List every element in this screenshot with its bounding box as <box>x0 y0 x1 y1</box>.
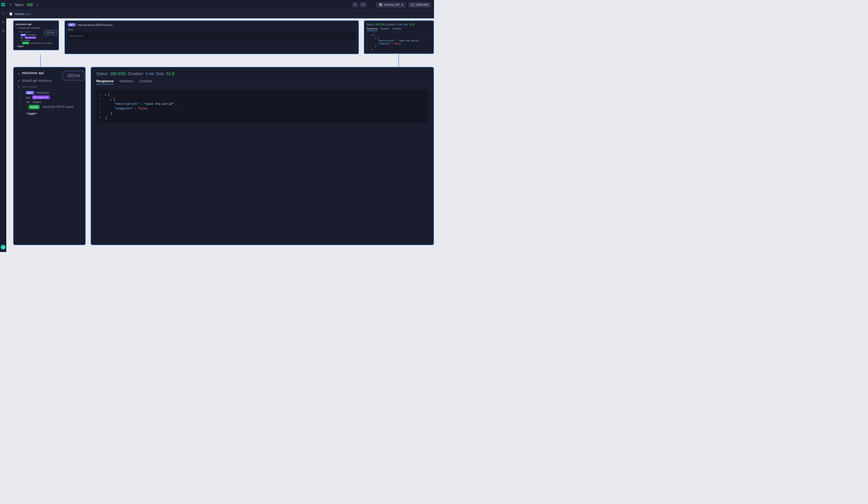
large-timing: 161ms <box>62 71 85 80</box>
dropdown-button[interactable]: ▾ <box>352 2 358 7</box>
large-assert-badge: assert <box>29 105 40 109</box>
clock-icon[interactable] <box>1 11 5 15</box>
large-get-badge: GET <box>26 91 34 94</box>
tab-response-small[interactable]: Response <box>367 27 378 31</box>
topbar: ☰ Specs ✓ 1 ✕ ▾ ↺ Run All Tests R Chrome… <box>6 0 434 10</box>
gear-icon[interactable] <box>1 29 5 33</box>
main-container: ☰ Specs ✓ 1 ✕ ▾ ↺ Run All Tests R Chrome… <box>6 0 434 252</box>
large-code-line-1: 1 GET /missions <box>19 91 81 94</box>
cypress-logo: cy <box>1 245 6 250</box>
req-line: GET http://localhost:3000/missions <box>68 23 355 27</box>
file-icon: 📄 <box>9 12 13 15</box>
small-tabs-row: Response Headers Cookies <box>367 27 431 32</box>
fail-indicator: ✕ <box>36 3 39 7</box>
content-area: missions api ✓ should get missions TEST … <box>6 18 434 252</box>
large-status-card: Status: 200 (OK) Duration: 5 ms Size: 51… <box>91 67 434 245</box>
assert-badge: assert <box>22 42 29 44</box>
get-badge: GET <box>20 34 26 36</box>
tab-response-large[interactable]: Response <box>96 79 114 84</box>
tab-headers-small[interactable]: Headers <box>381 27 390 31</box>
body-label: Body <box>68 28 355 31</box>
svg-rect-1 <box>3 3 5 4</box>
menu-icon: ☰ <box>9 3 12 7</box>
chrome-selector[interactable]: Chrome 107 ▾ <box>376 2 405 8</box>
chrome-chevron: ▾ <box>401 3 403 7</box>
tab-cookies-large[interactable]: Cookies <box>139 79 152 84</box>
left-sidebar: cy <box>0 0 6 252</box>
small-test-item: ✓ should get missions <box>16 27 57 30</box>
run-button[interactable]: ↺ <box>360 2 366 7</box>
code-line-3: 3 -its .status <box>17 39 57 41</box>
large-code-line-3: 3 -its .status <box>19 100 81 104</box>
json-line-2: 2 ▶ { <box>99 97 425 102</box>
json-line-1: 1 ▶ [ <box>99 93 425 97</box>
svg-rect-9 <box>411 4 414 6</box>
small-status-row: Status: 200 (OK) Duration: 5 ms Size: 51… <box>367 23 431 26</box>
large-check-icon: ✓ <box>18 79 20 83</box>
method-badge: GET <box>68 23 76 27</box>
file-toolbar: 📄 mission.cy.ts <box>6 10 434 18</box>
tab-headers-large[interactable]: Headers <box>120 79 133 84</box>
code-line-2: 2 get @response <box>17 36 57 39</box>
grid-icon[interactable] <box>1 2 5 7</box>
json-line-4: 4 "complete" : false <box>99 106 425 111</box>
small-test-card: missions api ✓ should get missions TEST … <box>13 20 59 50</box>
large-test-label: should get missions <box>22 79 52 83</box>
response-badge: @response <box>24 36 36 39</box>
passing-badge: ✓ 1 <box>27 3 33 6</box>
small-group-label: missions api <box>16 23 57 26</box>
run-controls: ▾ ↺ Run All Tests R <box>352 2 366 7</box>
chrome-icon <box>379 3 382 7</box>
small-json-view: 1▶[ 2▶{ 3"description": "save the world"… <box>367 34 431 51</box>
large-response-badge: @response <box>32 95 50 99</box>
req-url: http://localhost:3000/missions <box>78 23 113 27</box>
file-name: mission.cy.ts <box>14 12 31 16</box>
json-line-5: 5 } <box>99 111 425 115</box>
large-section-label: TEST BODY <box>22 85 38 88</box>
json-line-3: 3 "description" : "save the world" , <box>99 102 425 106</box>
divider <box>371 2 372 7</box>
large-code-line-4: 4 - assert expected 200 to equal **200** <box>19 105 81 116</box>
resolution-selector[interactable]: 1000×660 <box>408 2 431 8</box>
large-section-row: ▼ TEST BODY <box>18 84 81 90</box>
small-timing: 161ms <box>44 30 57 35</box>
large-status-row: Status: 200 (OK) Duration: 5 ms Size: 51… <box>96 72 428 76</box>
specs-title: Specs <box>15 3 23 7</box>
large-json-view: 1 ▶ [ 2 ▶ { 3 "description" : "save the … <box>96 90 428 123</box>
large-tabs-row: Response Headers Cookies <box>96 79 428 87</box>
large-code-line-2: 2 get @response <box>19 95 81 99</box>
resolution-label: 1000×660 <box>415 3 428 7</box>
code-line-4: 4 - assert expected 200 to equal **200** <box>17 42 57 48</box>
tab-cookies-small[interactable]: Cookies <box>393 27 401 31</box>
small-status-panel: Status: 200 (OK) Duration: 5 ms Size: 51… <box>364 20 434 54</box>
small-request-panel: GET http://localhost:3000/missions Body … <box>64 20 359 54</box>
no-content: (No content) <box>70 35 83 37</box>
svg-rect-2 <box>1 5 3 6</box>
json-line-6: 6 ] <box>99 115 425 120</box>
svg-point-8 <box>3 30 4 31</box>
large-group-label: missions api <box>22 71 44 75</box>
chrome-label: Chrome 107 <box>384 3 400 7</box>
small-test-label: should get missions <box>19 27 40 29</box>
svg-rect-3 <box>3 5 5 6</box>
large-test-card: ▼ missions api ✓ should get missions ▼ T… <box>13 67 86 245</box>
list-icon[interactable] <box>1 20 5 24</box>
conn-v2 <box>399 54 399 69</box>
conn-v1 <box>40 54 41 69</box>
svg-rect-0 <box>1 3 3 4</box>
monitor-icon <box>411 3 414 6</box>
check-icon: ✓ <box>16 27 18 30</box>
